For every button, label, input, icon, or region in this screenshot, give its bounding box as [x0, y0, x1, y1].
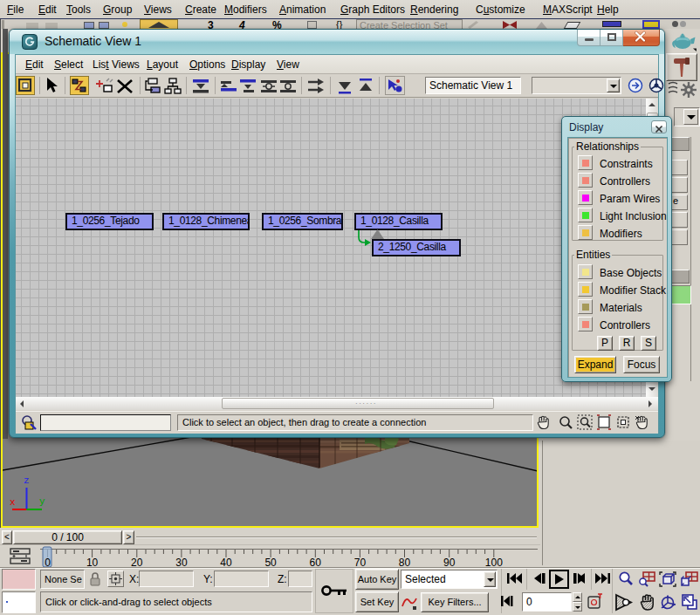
svg-text:x: x: [10, 497, 16, 508]
svg-text:z: z: [24, 475, 30, 486]
svg-text:y: y: [39, 496, 45, 507]
